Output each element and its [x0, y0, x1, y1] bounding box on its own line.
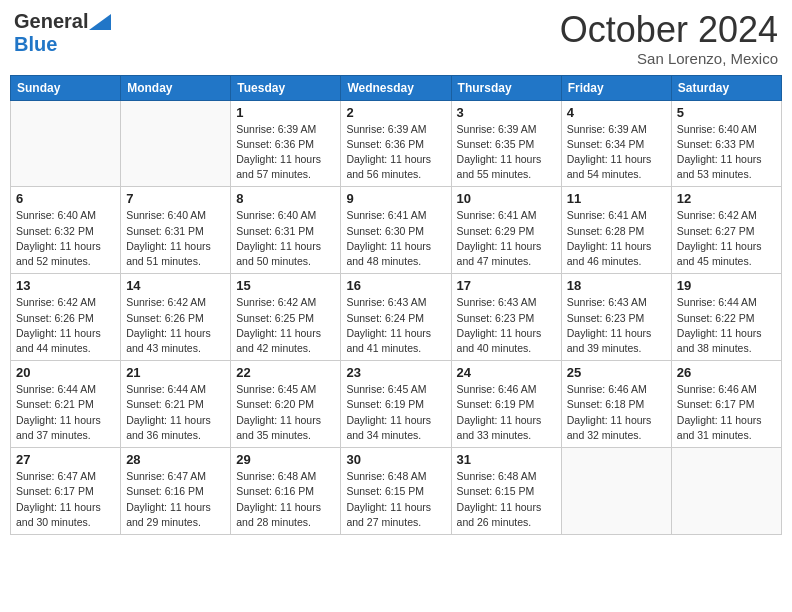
- day-info: Sunrise: 6:39 AMSunset: 6:34 PMDaylight:…: [567, 122, 666, 183]
- day-number: 21: [126, 365, 225, 380]
- calendar-day-cell: 31Sunrise: 6:48 AMSunset: 6:15 PMDayligh…: [451, 448, 561, 535]
- day-info: Sunrise: 6:44 AMSunset: 6:22 PMDaylight:…: [677, 295, 776, 356]
- day-info: Sunrise: 6:46 AMSunset: 6:19 PMDaylight:…: [457, 382, 556, 443]
- calendar-day-header: Friday: [561, 75, 671, 100]
- calendar-day-cell: [561, 448, 671, 535]
- day-info: Sunrise: 6:41 AMSunset: 6:29 PMDaylight:…: [457, 208, 556, 269]
- calendar-day-cell: 19Sunrise: 6:44 AMSunset: 6:22 PMDayligh…: [671, 274, 781, 361]
- day-info: Sunrise: 6:44 AMSunset: 6:21 PMDaylight:…: [16, 382, 115, 443]
- day-number: 9: [346, 191, 445, 206]
- day-info: Sunrise: 6:44 AMSunset: 6:21 PMDaylight:…: [126, 382, 225, 443]
- calendar-day-cell: [11, 100, 121, 187]
- day-number: 4: [567, 105, 666, 120]
- day-info: Sunrise: 6:40 AMSunset: 6:32 PMDaylight:…: [16, 208, 115, 269]
- day-number: 30: [346, 452, 445, 467]
- day-number: 20: [16, 365, 115, 380]
- day-info: Sunrise: 6:39 AMSunset: 6:36 PMDaylight:…: [236, 122, 335, 183]
- calendar-day-cell: 1Sunrise: 6:39 AMSunset: 6:36 PMDaylight…: [231, 100, 341, 187]
- calendar-day-cell: 26Sunrise: 6:46 AMSunset: 6:17 PMDayligh…: [671, 361, 781, 448]
- day-info: Sunrise: 6:46 AMSunset: 6:18 PMDaylight:…: [567, 382, 666, 443]
- calendar-day-header: Wednesday: [341, 75, 451, 100]
- day-number: 12: [677, 191, 776, 206]
- day-info: Sunrise: 6:42 AMSunset: 6:26 PMDaylight:…: [16, 295, 115, 356]
- calendar-day-header: Sunday: [11, 75, 121, 100]
- location-subtitle: San Lorenzo, Mexico: [560, 50, 778, 67]
- calendar-day-header: Tuesday: [231, 75, 341, 100]
- day-info: Sunrise: 6:42 AMSunset: 6:26 PMDaylight:…: [126, 295, 225, 356]
- day-number: 2: [346, 105, 445, 120]
- calendar-day-cell: 13Sunrise: 6:42 AMSunset: 6:26 PMDayligh…: [11, 274, 121, 361]
- calendar-day-cell: 9Sunrise: 6:41 AMSunset: 6:30 PMDaylight…: [341, 187, 451, 274]
- calendar-day-cell: 10Sunrise: 6:41 AMSunset: 6:29 PMDayligh…: [451, 187, 561, 274]
- day-number: 6: [16, 191, 115, 206]
- logo-blue-text: Blue: [14, 33, 57, 56]
- day-number: 7: [126, 191, 225, 206]
- calendar-day-cell: 3Sunrise: 6:39 AMSunset: 6:35 PMDaylight…: [451, 100, 561, 187]
- calendar-day-cell: 20Sunrise: 6:44 AMSunset: 6:21 PMDayligh…: [11, 361, 121, 448]
- calendar-day-cell: 21Sunrise: 6:44 AMSunset: 6:21 PMDayligh…: [121, 361, 231, 448]
- day-number: 24: [457, 365, 556, 380]
- day-info: Sunrise: 6:47 AMSunset: 6:16 PMDaylight:…: [126, 469, 225, 530]
- calendar-week-row: 6Sunrise: 6:40 AMSunset: 6:32 PMDaylight…: [11, 187, 782, 274]
- day-number: 25: [567, 365, 666, 380]
- calendar-day-cell: 5Sunrise: 6:40 AMSunset: 6:33 PMDaylight…: [671, 100, 781, 187]
- calendar-week-row: 20Sunrise: 6:44 AMSunset: 6:21 PMDayligh…: [11, 361, 782, 448]
- calendar-day-cell: 4Sunrise: 6:39 AMSunset: 6:34 PMDaylight…: [561, 100, 671, 187]
- calendar-day-cell: 11Sunrise: 6:41 AMSunset: 6:28 PMDayligh…: [561, 187, 671, 274]
- day-number: 19: [677, 278, 776, 293]
- title-section: October 2024 San Lorenzo, Mexico: [560, 10, 778, 67]
- day-number: 31: [457, 452, 556, 467]
- day-info: Sunrise: 6:48 AMSunset: 6:15 PMDaylight:…: [457, 469, 556, 530]
- month-year-title: October 2024: [560, 10, 778, 50]
- calendar-day-cell: 8Sunrise: 6:40 AMSunset: 6:31 PMDaylight…: [231, 187, 341, 274]
- calendar-day-cell: 25Sunrise: 6:46 AMSunset: 6:18 PMDayligh…: [561, 361, 671, 448]
- day-info: Sunrise: 6:40 AMSunset: 6:33 PMDaylight:…: [677, 122, 776, 183]
- day-info: Sunrise: 6:43 AMSunset: 6:23 PMDaylight:…: [567, 295, 666, 356]
- day-number: 22: [236, 365, 335, 380]
- calendar-day-cell: 17Sunrise: 6:43 AMSunset: 6:23 PMDayligh…: [451, 274, 561, 361]
- day-info: Sunrise: 6:43 AMSunset: 6:24 PMDaylight:…: [346, 295, 445, 356]
- logo-general-text: General: [14, 10, 88, 33]
- page-header: General Blue October 2024 San Lorenzo, M…: [10, 10, 782, 67]
- day-number: 14: [126, 278, 225, 293]
- day-number: 28: [126, 452, 225, 467]
- day-number: 10: [457, 191, 556, 206]
- day-number: 18: [567, 278, 666, 293]
- calendar-table: SundayMondayTuesdayWednesdayThursdayFrid…: [10, 75, 782, 535]
- day-info: Sunrise: 6:47 AMSunset: 6:17 PMDaylight:…: [16, 469, 115, 530]
- day-info: Sunrise: 6:39 AMSunset: 6:36 PMDaylight:…: [346, 122, 445, 183]
- logo-icon: [89, 14, 111, 30]
- day-info: Sunrise: 6:42 AMSunset: 6:27 PMDaylight:…: [677, 208, 776, 269]
- calendar-day-cell: 30Sunrise: 6:48 AMSunset: 6:15 PMDayligh…: [341, 448, 451, 535]
- day-number: 27: [16, 452, 115, 467]
- day-number: 17: [457, 278, 556, 293]
- calendar-day-cell: [671, 448, 781, 535]
- calendar-week-row: 1Sunrise: 6:39 AMSunset: 6:36 PMDaylight…: [11, 100, 782, 187]
- calendar-day-header: Saturday: [671, 75, 781, 100]
- day-info: Sunrise: 6:45 AMSunset: 6:19 PMDaylight:…: [346, 382, 445, 443]
- day-number: 16: [346, 278, 445, 293]
- day-info: Sunrise: 6:41 AMSunset: 6:28 PMDaylight:…: [567, 208, 666, 269]
- day-number: 15: [236, 278, 335, 293]
- calendar-day-cell: 28Sunrise: 6:47 AMSunset: 6:16 PMDayligh…: [121, 448, 231, 535]
- day-number: 8: [236, 191, 335, 206]
- svg-marker-0: [89, 14, 111, 30]
- day-number: 3: [457, 105, 556, 120]
- day-info: Sunrise: 6:48 AMSunset: 6:16 PMDaylight:…: [236, 469, 335, 530]
- day-info: Sunrise: 6:46 AMSunset: 6:17 PMDaylight:…: [677, 382, 776, 443]
- calendar-day-cell: 27Sunrise: 6:47 AMSunset: 6:17 PMDayligh…: [11, 448, 121, 535]
- calendar-day-cell: 24Sunrise: 6:46 AMSunset: 6:19 PMDayligh…: [451, 361, 561, 448]
- calendar-week-row: 27Sunrise: 6:47 AMSunset: 6:17 PMDayligh…: [11, 448, 782, 535]
- day-number: 29: [236, 452, 335, 467]
- calendar-day-cell: 16Sunrise: 6:43 AMSunset: 6:24 PMDayligh…: [341, 274, 451, 361]
- day-number: 5: [677, 105, 776, 120]
- calendar-day-cell: 12Sunrise: 6:42 AMSunset: 6:27 PMDayligh…: [671, 187, 781, 274]
- calendar-day-cell: 29Sunrise: 6:48 AMSunset: 6:16 PMDayligh…: [231, 448, 341, 535]
- calendar-day-cell: 22Sunrise: 6:45 AMSunset: 6:20 PMDayligh…: [231, 361, 341, 448]
- day-info: Sunrise: 6:48 AMSunset: 6:15 PMDaylight:…: [346, 469, 445, 530]
- calendar-day-cell: 23Sunrise: 6:45 AMSunset: 6:19 PMDayligh…: [341, 361, 451, 448]
- day-number: 13: [16, 278, 115, 293]
- calendar-day-cell: 14Sunrise: 6:42 AMSunset: 6:26 PMDayligh…: [121, 274, 231, 361]
- day-number: 23: [346, 365, 445, 380]
- calendar-day-cell: 15Sunrise: 6:42 AMSunset: 6:25 PMDayligh…: [231, 274, 341, 361]
